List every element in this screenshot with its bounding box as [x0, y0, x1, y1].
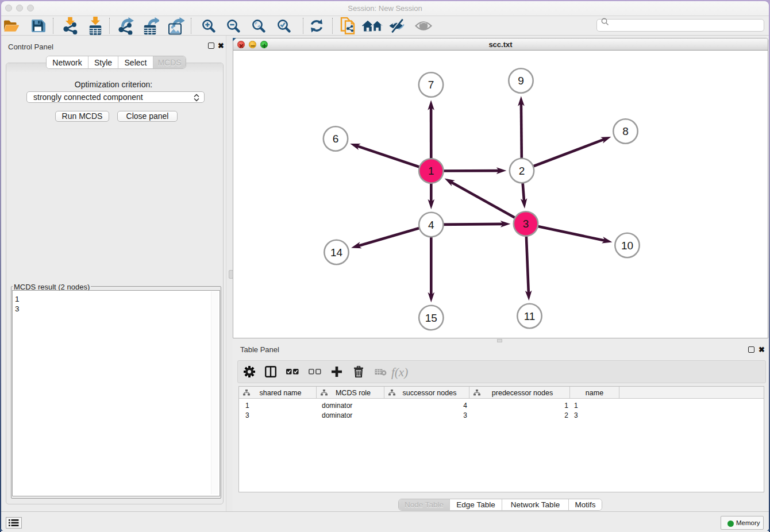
svg-text:8: 8 — [622, 125, 629, 137]
svg-text:14: 14 — [330, 246, 343, 259]
svg-text:6: 6 — [333, 133, 339, 145]
svg-text:1: 1 — [428, 165, 434, 177]
svg-text:15: 15 — [425, 312, 437, 324]
svg-text:9: 9 — [518, 75, 524, 87]
svg-text:3: 3 — [523, 218, 529, 230]
svg-text:2: 2 — [519, 165, 525, 177]
svg-text:7: 7 — [428, 79, 434, 91]
svg-text:11: 11 — [524, 310, 536, 322]
svg-text:4: 4 — [428, 219, 434, 231]
svg-text:10: 10 — [621, 240, 633, 252]
